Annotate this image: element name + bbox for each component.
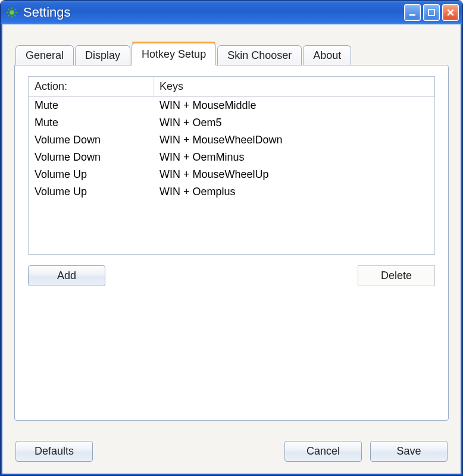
close-button[interactable]	[442, 4, 459, 21]
cell-action: Mute	[29, 115, 154, 130]
table-row[interactable]: Volume DownWIN + MouseWheelDown	[29, 131, 434, 149]
tab-skin-chooser[interactable]: Skin Chooser	[217, 45, 302, 65]
bottom-button-bar: Defaults Cancel Save	[2, 433, 461, 474]
titlebar: Settings	[1, 1, 462, 24]
hotkey-list[interactable]: Action: Keys MuteWIN + MouseMiddleMuteWI…	[28, 76, 435, 255]
table-row[interactable]: MuteWIN + MouseMiddle	[29, 97, 434, 114]
tabpage-hotkey-setup: Action: Keys MuteWIN + MouseMiddleMuteWI…	[14, 65, 449, 421]
svg-rect-2	[428, 10, 434, 15]
minimize-button[interactable]	[404, 4, 421, 21]
cell-action: Volume Up	[29, 184, 154, 199]
cell-action: Mute	[29, 98, 154, 113]
hotkey-row-actions: Add Delete	[28, 265, 435, 286]
cancel-button[interactable]: Cancel	[284, 441, 362, 462]
table-row[interactable]: Volume UpWIN + MouseWheelUp	[29, 166, 434, 183]
svg-rect-1	[409, 14, 415, 16]
window-title: Settings	[23, 5, 402, 20]
tab-display[interactable]: Display	[75, 45, 130, 65]
hotkey-list-body: MuteWIN + MouseMiddleMuteWIN + Oem5Volum…	[29, 97, 434, 254]
table-row[interactable]: Volume UpWIN + Oemplus	[29, 183, 434, 201]
table-row[interactable]: MuteWIN + Oem5	[29, 114, 434, 131]
maximize-button[interactable]	[423, 4, 440, 21]
cell-action: Volume Down	[29, 150, 154, 165]
cell-action: Volume Down	[29, 133, 154, 148]
svg-point-0	[10, 10, 14, 15]
hotkey-list-header: Action: Keys	[29, 77, 434, 97]
column-header-action[interactable]: Action:	[29, 77, 154, 96]
inner-panel: General Display Hotkey Setup Skin Choose…	[2, 24, 461, 433]
tab-hotkey-setup[interactable]: Hotkey Setup	[132, 43, 216, 65]
cell-keys: WIN + Oem5	[154, 115, 434, 130]
tabstrip: General Display Hotkey Setup Skin Choose…	[15, 42, 449, 65]
save-button[interactable]: Save	[370, 441, 448, 462]
settings-window: Settings General Display Hotkey Setup Sk…	[0, 0, 463, 476]
client-area: General Display Hotkey Setup Skin Choose…	[1, 24, 462, 475]
cell-keys: WIN + MouseWheelDown	[154, 133, 434, 148]
cell-keys: WIN + Oemplus	[154, 184, 434, 199]
cell-keys: WIN + MouseMiddle	[154, 98, 434, 113]
cell-action: Volume Up	[29, 167, 154, 182]
cell-keys: WIN + OemMinus	[154, 150, 434, 165]
cell-keys: WIN + MouseWheelUp	[154, 167, 434, 182]
tab-about[interactable]: About	[303, 45, 351, 65]
tab-general[interactable]: General	[15, 45, 74, 65]
column-header-keys[interactable]: Keys	[154, 77, 434, 96]
add-button[interactable]: Add	[28, 265, 105, 286]
app-icon	[5, 6, 18, 19]
defaults-button[interactable]: Defaults	[15, 441, 93, 462]
table-row[interactable]: Volume DownWIN + OemMinus	[29, 149, 434, 166]
delete-button[interactable]: Delete	[358, 265, 435, 286]
